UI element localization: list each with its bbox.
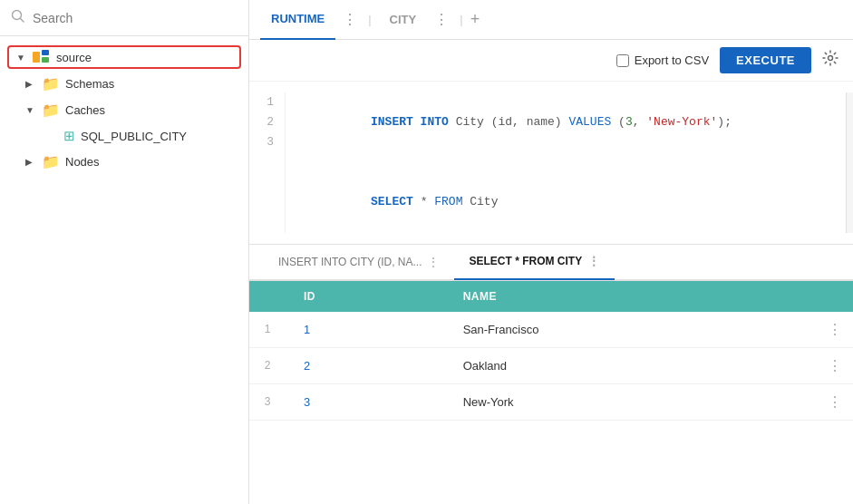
row-dots-button[interactable]: ⋮ [828, 393, 842, 411]
nodes-caret[interactable] [25, 157, 36, 167]
execute-button[interactable]: EXECUTE [720, 47, 811, 73]
result-tab-insert-label: INSERT INTO CITY (ID, NA... [278, 256, 422, 268]
schemas-label: Schemas [65, 77, 114, 91]
sql-public-city-item[interactable]: ⊞ SQL_PUBLIC_CITY [0, 123, 248, 149]
cell-actions[interactable]: ⋮ [817, 347, 853, 383]
svg-point-5 [829, 56, 833, 61]
schemas-caret[interactable] [25, 79, 36, 89]
results-table-wrap: ID NAME 1 1 San-Francisco ⋮ 2 2 Oakland … [249, 281, 853, 504]
svg-rect-3 [42, 50, 49, 55]
svg-line-1 [21, 19, 24, 23]
caches-folder-icon: 📁 [42, 102, 60, 119]
svg-rect-2 [33, 52, 40, 63]
tab-runtime-label: RUNTIME [271, 12, 325, 25]
add-tab-button[interactable]: + [470, 10, 480, 29]
table-row: 1 1 San-Francisco ⋮ [249, 312, 853, 348]
export-checkbox-input[interactable] [616, 54, 629, 67]
export-label: Export to CSV [635, 53, 709, 67]
tab-runtime[interactable]: RUNTIME [260, 0, 335, 40]
th-actions [817, 281, 853, 312]
tab-runtime-dots[interactable]: ⋮ [339, 11, 361, 28]
results-tabs: INSERT INTO CITY (ID, NA... ⋮ SELECT * F… [249, 245, 853, 281]
result-tab-insert[interactable]: INSERT INTO CITY (ID, NA... ⋮ [264, 244, 454, 280]
source-caret[interactable] [16, 53, 27, 63]
nodes-label: Nodes [65, 155, 100, 169]
svg-rect-4 [42, 57, 49, 63]
table-row: 3 3 New-York ⋮ [249, 383, 853, 420]
code-content[interactable]: INSERT INTO City (id, name) VALUES (3, '… [286, 92, 846, 233]
settings-icon[interactable] [822, 50, 838, 71]
cell-name: Oakland [445, 347, 817, 383]
table-header: ID NAME [249, 281, 853, 312]
code-line-1: INSERT INTO City (id, name) VALUES (3, '… [300, 92, 846, 152]
sql-public-city-label: SQL_PUBLIC_CITY [81, 130, 187, 143]
tree: source 📁 Schemas 📁 Caches ⊞ SQL_PUBLIC_C… [0, 36, 248, 504]
result-tab-insert-dots[interactable]: ⋮ [427, 255, 440, 269]
result-tab-select-dots[interactable]: ⋮ [587, 254, 600, 268]
table-row: 2 2 Oakland ⋮ [249, 347, 853, 383]
caches-label: Caches [65, 103, 105, 117]
cell-id: 3 [286, 383, 445, 420]
caches-item[interactable]: 📁 Caches [0, 97, 248, 123]
tab-city-dots[interactable]: ⋮ [431, 11, 452, 28]
source-label: source [56, 51, 92, 64]
main-panel: RUNTIME ⋮ | CITY ⋮ | + Export to CSV EXE… [249, 0, 853, 504]
nodes-folder-icon: 📁 [42, 153, 60, 170]
source-item[interactable]: source [7, 45, 241, 69]
source-icon [33, 50, 51, 64]
editor-scrollbar[interactable] [846, 92, 853, 233]
search-icon [11, 9, 25, 26]
code-line-3: SELECT * FROM City [300, 172, 846, 232]
sidebar: Search source 📁 Schemas 📁 [0, 0, 249, 504]
result-tab-select-label: SELECT * FROM CITY [469, 255, 582, 267]
th-row-num [249, 281, 286, 312]
line-numbers: 1 2 3 [249, 92, 286, 233]
cell-name: San-Francisco [445, 312, 817, 348]
editor-area: Export to CSV EXECUTE 1 2 3 INSERT INTO … [249, 40, 853, 245]
cell-row-num: 2 [249, 347, 286, 383]
search-label: Search [33, 11, 73, 25]
cell-row-num: 3 [249, 383, 286, 420]
table-icon: ⊞ [63, 128, 75, 144]
nodes-item[interactable]: 📁 Nodes [0, 149, 248, 175]
editor-toolbar: Export to CSV EXECUTE [249, 40, 853, 82]
search-bar[interactable]: Search [0, 0, 248, 36]
table-body: 1 1 San-Francisco ⋮ 2 2 Oakland ⋮ 3 3 Ne… [249, 312, 853, 421]
th-name: NAME [445, 281, 817, 312]
cell-id: 1 [286, 312, 445, 348]
export-checkbox-label[interactable]: Export to CSV [616, 53, 709, 67]
cell-actions[interactable]: ⋮ [817, 312, 853, 348]
tab-city-label: CITY [390, 13, 417, 26]
results-table: ID NAME 1 1 San-Francisco ⋮ 2 2 Oakland … [249, 281, 853, 421]
cell-row-num: 1 [249, 312, 286, 348]
tab-city[interactable]: CITY [379, 0, 428, 40]
tab-separator: | [368, 13, 371, 26]
cell-name: New-York [445, 383, 817, 420]
row-dots-button[interactable]: ⋮ [828, 321, 842, 338]
row-dots-button[interactable]: ⋮ [828, 357, 842, 374]
caches-caret[interactable] [25, 105, 36, 115]
code-editor[interactable]: 1 2 3 INSERT INTO City (id, name) VALUES… [249, 82, 853, 244]
th-id: ID [286, 281, 445, 312]
tabs-bar: RUNTIME ⋮ | CITY ⋮ | + [249, 0, 853, 40]
cell-actions[interactable]: ⋮ [817, 383, 853, 420]
result-tab-select[interactable]: SELECT * FROM CITY ⋮ [454, 244, 615, 280]
cell-id: 2 [286, 347, 445, 383]
schemas-item[interactable]: 📁 Schemas [0, 71, 248, 97]
tab-separator-2: | [460, 13, 462, 26]
code-line-2 [300, 152, 846, 172]
schemas-folder-icon: 📁 [42, 75, 60, 92]
